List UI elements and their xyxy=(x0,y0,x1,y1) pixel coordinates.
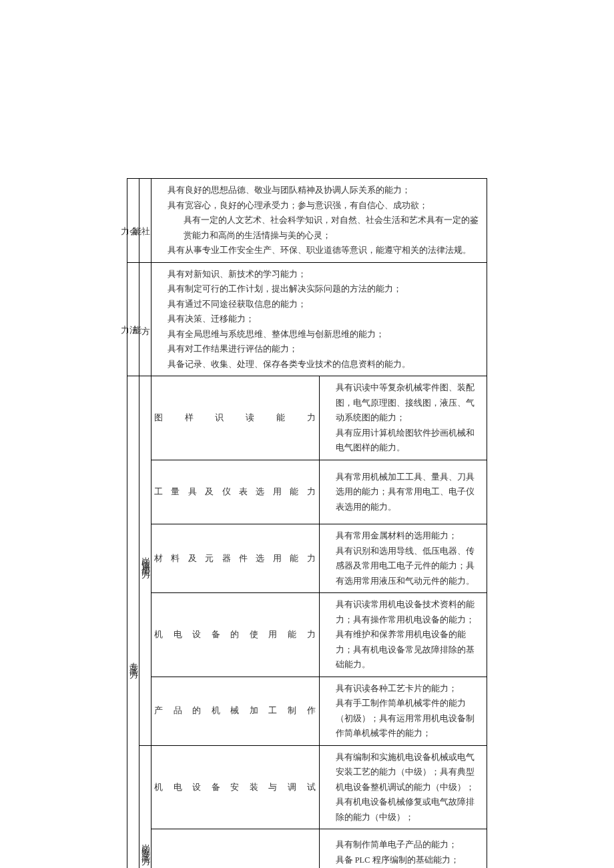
cell-g5: 具有识读各种工艺卡片的能力； 具有手工制作简单机械零件的能力（初级）；具有运用常… xyxy=(319,677,487,745)
col-pro: 专业能力 xyxy=(127,376,139,869)
line: 具有常用金属材料的选用能力； xyxy=(336,528,482,544)
col-method-right: 方 能 xyxy=(139,262,151,376)
row-method: 法 力 方 能 具有对新知识、新技术的学习能力； 具有制定可行的工作计划，提出解… xyxy=(127,262,487,376)
mid-g4: 机电设备的使用能力 xyxy=(151,593,320,677)
cell-method-content: 具有对新知识、新技术的学习能力； 具有制定可行的工作计划，提出解决实际问题的方法… xyxy=(151,262,487,376)
cell-g4: 具有识读常用机电设备技术资料的能力；具有操作常用机电设备的能力；具有维护和保养常… xyxy=(319,593,487,677)
mid-g5: 产品的机械加工制作 xyxy=(151,677,320,745)
row-s1: 岗位专业能力 机电设备安装与调试 具有编制和实施机电设备机械或电气安装工艺的能力… xyxy=(127,745,487,829)
t: 力 xyxy=(121,220,129,223)
cell-s1: 具有编制和实施机电设备机械或电气安装工艺的能力（中级）；具有典型机电设备整机调试… xyxy=(319,745,487,829)
t: 力 xyxy=(121,319,129,322)
line: 具有机电设备机械修复或电气故障排除的能力（中级）； xyxy=(336,795,482,825)
mid-s2: 机电产品加工 xyxy=(151,829,320,869)
line: 具有制定可行的工作计划，提出解决实际问题的方法的能力； xyxy=(168,282,481,297)
cell-s2: 具有制作简单电子产品的能力； 具备 PLC 程序编制的基础能力； 具有简单机电设… xyxy=(319,829,487,869)
t: 能 xyxy=(133,319,141,322)
line: 具有一定的人文艺术、社会科学知识，对自然、社会生活和艺术具有一定的鉴赏能力和高尚… xyxy=(168,215,479,240)
line: 具有常用机械加工工具、量具、刀具选用的能力；具有常用电工、电子仪表选用的能力。 xyxy=(336,470,482,515)
t: 能 xyxy=(133,220,141,223)
mid-g1: 图样识读能力 xyxy=(151,376,320,460)
line: 具有识读各种工艺卡片的能力； xyxy=(336,681,482,697)
row-s2: 机电产品加工 具有制作简单电子产品的能力； 具备 PLC 程序编制的基础能力； … xyxy=(127,829,487,869)
line: 具有识别和选用导线、低压电器、传感器及常用电工电子元件的能力；具有选用常用液压和… xyxy=(336,544,482,589)
mid-g2: 工量具及仪表选用能力 xyxy=(151,460,320,524)
line: 具有良好的思想品德、敬业与团队精神及协调人际关系的能力； xyxy=(168,183,481,198)
row-g4: 机电设备的使用能力 具有识读常用机电设备技术资料的能力；具有操作常用机电设备的能… xyxy=(127,593,487,677)
line: 具有识读中等复杂机械零件图、装配图，电气原理图、接线图，液压、气动系统图的能力； xyxy=(336,380,482,426)
line: 具有全局思维与系统思维、整体思维与创新思维的能力； xyxy=(168,327,481,342)
mid-g3: 材料及元器件选用能力 xyxy=(151,524,320,593)
label-general: 岗位通用能力 xyxy=(141,550,149,566)
cell-g1: 具有识读中等复杂机械零件图、装配图，电气原理图、接线图，液压、气动系统图的能力；… xyxy=(319,376,487,460)
line: 具备 PLC 程序编制的基础能力； xyxy=(336,853,482,868)
row-g2: 工量具及仪表选用能力 具有常用机械加工工具、量具、刀具选用的能力；具有常用电工、… xyxy=(127,460,487,524)
line: 具有通过不同途径获取信息的能力； xyxy=(168,297,481,312)
col-specific: 岗位专业能力 xyxy=(139,745,151,868)
line: 具有识读常用机电设备技术资料的能力；具有操作常用机电设备的能力；具有维护和保养常… xyxy=(336,597,482,673)
line: 具有制作简单电子产品的能力； xyxy=(336,837,482,853)
row-g1: 专业能力 岗位通用能力 图样识读能力 具有识读中等复杂机械零件图、装配图，电气原… xyxy=(127,376,487,460)
line: 具有应用计算机绘图软件抄画机械和电气图样的能力。 xyxy=(336,426,482,456)
row-g3: 材料及元器件选用能力 具有常用金属材料的选用能力； 具有识别和选用导线、低压电器… xyxy=(127,524,487,593)
capability-table: 会 力 社 能 具有良好的思想品德、敬业与团队精神及协调人际关系的能力； 具有宽… xyxy=(127,178,487,868)
line: 具有从事专业工作安全生产、环保、职业道德等意识，能遵守相关的法律法规。 xyxy=(168,243,481,258)
line: 具有对工作结果进行评估的能力； xyxy=(168,342,481,357)
cell-g3: 具有常用金属材料的选用能力； 具有识别和选用导线、低压电器、传感器及常用电工电子… xyxy=(319,524,487,593)
document-page: 会 力 社 能 具有良好的思想品德、敬业与团队精神及协调人际关系的能力； 具有宽… xyxy=(0,0,614,868)
row-g5: 产品的机械加工制作 具有识读各种工艺卡片的能力； 具有手工制作简单机械零件的能力… xyxy=(127,677,487,745)
mid-s1: 机电设备安装与调试 xyxy=(151,745,320,829)
cell-social-content: 具有良好的思想品德、敬业与团队精神及协调人际关系的能力； 具有宽容心，良好的心理… xyxy=(151,179,487,263)
line: 具备记录、收集、处理、保存各类专业技术的信息资料的能力。 xyxy=(168,357,481,372)
t: 社 xyxy=(141,220,149,223)
label-pro: 专业能力 xyxy=(129,656,137,667)
t: 方 xyxy=(141,319,149,322)
line: 具有宽容心，良好的心理承受力；参与意识强，有自信心、成功欲； xyxy=(168,198,481,213)
cell-g2: 具有常用机械加工工具、量具、刀具选用的能力；具有常用电工、电子仪表选用的能力。 xyxy=(319,460,487,524)
row-social: 会 力 社 能 具有良好的思想品德、敬业与团队精神及协调人际关系的能力； 具有宽… xyxy=(127,179,487,263)
line: 具有对新知识、新技术的学习能力； xyxy=(168,267,481,282)
col-general: 岗位通用能力 xyxy=(139,376,151,746)
line: 具有手工制作简单机械零件的能力（初级）；具有运用常用机电设备制作简单机械零件的能… xyxy=(336,696,482,741)
line: 具有决策、迁移能力； xyxy=(168,312,481,327)
col-social-right: 社 能 xyxy=(139,179,151,263)
line: 具有编制和实施机电设备机械或电气安装工艺的能力（中级）；具有典型机电设备整机调试… xyxy=(336,750,482,795)
label-specific: 岗位专业能力 xyxy=(141,837,149,853)
